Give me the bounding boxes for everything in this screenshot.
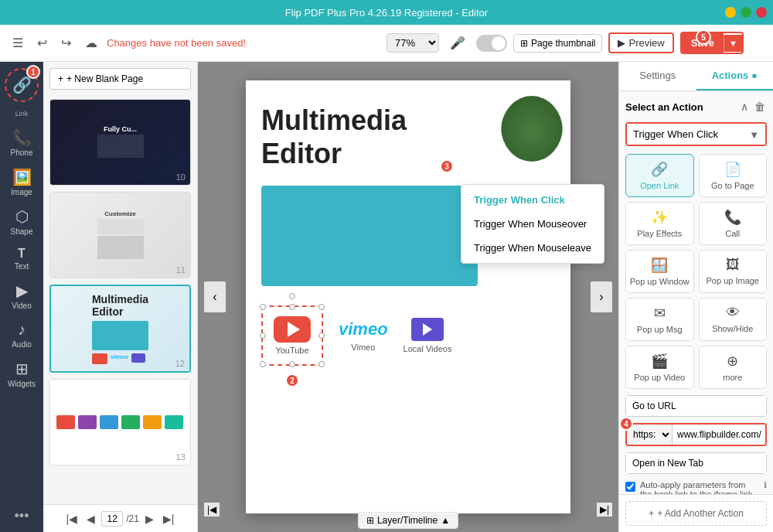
sidebar-shape-label: Shape bbox=[11, 227, 33, 236]
action-grid: 🔗 Open Link 📄 Go to Page ✨ Play Effects … bbox=[625, 154, 767, 389]
prev-page-btn[interactable]: ◀ bbox=[83, 511, 98, 527]
right-panel: Settings Actions ● Select an Action ∧ 🗑 … bbox=[618, 62, 773, 532]
youtube-element[interactable]: YouTube 2 bbox=[261, 305, 323, 366]
thumbnail-item-11[interactable]: Customize 11 bbox=[49, 192, 191, 278]
mic-btn[interactable]: 🎤 bbox=[445, 32, 470, 53]
trigger-select[interactable]: Trigger When Click Trigger When Mouseove… bbox=[627, 124, 765, 145]
widgets-icon: ⊞ bbox=[15, 360, 29, 378]
pop-up-video-label: Pop up Video bbox=[634, 373, 685, 382]
sidebar-widgets-label: Widgets bbox=[8, 380, 36, 388]
maximize-btn[interactable] bbox=[741, 7, 751, 18]
minimize-btn[interactable] bbox=[725, 7, 736, 18]
action-open-link[interactable]: 🔗 Open Link bbox=[625, 154, 694, 197]
video-icon: ▶ bbox=[16, 281, 28, 300]
trigger-option-click[interactable]: Trigger When Click bbox=[461, 188, 604, 212]
last-page-btn[interactable]: ▶| bbox=[160, 511, 178, 527]
canvas-prev-btn[interactable]: ‹ bbox=[204, 281, 226, 312]
trigger-option-mouseleave[interactable]: Trigger When Mouseleave bbox=[461, 236, 604, 260]
thumbnail-item-13[interactable]: 13 bbox=[49, 379, 191, 466]
open-link-icon: 🔗 bbox=[651, 161, 668, 178]
thumbnail-item-12[interactable]: MultimediaEditor vimeo 12 bbox=[49, 285, 191, 373]
toggle-switch[interactable] bbox=[476, 35, 507, 52]
open-link-label: Open Link bbox=[640, 181, 679, 190]
first-page-btn[interactable]: |◀ bbox=[63, 511, 81, 527]
sidebar-image-label: Image bbox=[11, 188, 32, 196]
tab-settings[interactable]: Settings bbox=[619, 62, 696, 90]
redo-btn[interactable]: ↪ bbox=[56, 32, 76, 53]
plus-icon: + bbox=[58, 73, 63, 84]
page-thumbnail-icon: ⊞ bbox=[520, 38, 528, 49]
vimeo-element[interactable]: vimeo Vimeo bbox=[339, 319, 388, 352]
open-tab-select[interactable]: Open in New Tab bbox=[626, 453, 766, 473]
page-num-13: 13 bbox=[176, 452, 186, 462]
collapse-section-btn[interactable]: ∧ bbox=[739, 99, 750, 114]
action-pop-up-image[interactable]: 🖼 Pop up Image bbox=[699, 250, 768, 293]
play-effects-label: Play Effects bbox=[637, 229, 682, 238]
more-icon: ⊕ bbox=[727, 353, 738, 370]
canvas-next-btn[interactable]: › bbox=[591, 281, 612, 312]
action-go-to-page[interactable]: 📄 Go to Page bbox=[699, 154, 768, 197]
shape-icon: ⬡ bbox=[15, 207, 29, 226]
sidebar-item-shape[interactable]: ⬡ Shape bbox=[2, 203, 42, 240]
show-hide-icon: 👁 bbox=[726, 305, 740, 321]
thumbnail-item-10[interactable]: Fully Cu... 10 bbox=[49, 99, 191, 186]
cloud-btn[interactable]: ☁ bbox=[80, 32, 102, 53]
sidebar-item-video[interactable]: ▶ Video bbox=[2, 277, 42, 315]
thumbnail-list: Fully Cu... 10 Customize 11 bbox=[43, 96, 197, 504]
chevron-up-icon: ▲ bbox=[441, 515, 450, 526]
sidebar-more-btn[interactable]: ••• bbox=[15, 508, 29, 532]
url-type-select[interactable]: Go to URL bbox=[626, 396, 766, 416]
action-more[interactable]: ⊕ more bbox=[699, 346, 768, 389]
delete-section-btn[interactable]: 🗑 bbox=[753, 99, 767, 114]
action-pop-up-video[interactable]: 🎬 Pop up Video bbox=[625, 346, 694, 389]
plus-action-icon: + bbox=[649, 508, 654, 519]
next-page-btn[interactable]: ▶ bbox=[142, 511, 157, 527]
pop-up-msg-label: Pop up Msg bbox=[637, 325, 683, 334]
current-page-input[interactable] bbox=[101, 511, 123, 527]
canvas-first-btn[interactable]: |◀ bbox=[204, 503, 220, 517]
new-blank-page-btn[interactable]: + + New Blank Page bbox=[49, 68, 191, 90]
url-input-container: https: http: 4 bbox=[625, 423, 767, 446]
menu-btn[interactable]: ☰ bbox=[8, 32, 28, 53]
add-another-action-btn[interactable]: + + Add Another Action bbox=[625, 501, 767, 526]
layer-timeline-btn[interactable]: ⊞ Layer/Timeline ▲ bbox=[358, 512, 458, 529]
sidebar-item-widgets[interactable]: ⊞ Widgets bbox=[2, 355, 42, 393]
tab-actions[interactable]: Actions ● bbox=[696, 62, 774, 90]
trigger-option-mouseover[interactable]: Trigger When Mouseover bbox=[461, 212, 604, 236]
canvas-last-btn[interactable]: ▶| bbox=[597, 503, 612, 517]
auto-apply-checkbox[interactable] bbox=[625, 482, 635, 492]
sidebar-item-audio[interactable]: ♪ Audio bbox=[2, 316, 42, 353]
action-pop-up-msg[interactable]: ✉ Pop up Msg bbox=[625, 298, 694, 341]
pop-up-image-icon: 🖼 bbox=[726, 257, 740, 273]
call-icon: 📞 bbox=[724, 209, 741, 226]
action-pop-up-window[interactable]: 🪟 Pop up Window bbox=[625, 250, 694, 293]
save-btn-group: Save ▼ bbox=[680, 32, 744, 54]
action-show-hide[interactable]: 👁 Show/Hide bbox=[699, 298, 768, 341]
pop-up-image-label: Pop up Image bbox=[707, 276, 760, 285]
page-thumbnail-btn[interactable]: ⊞ Page thumbnail bbox=[513, 34, 602, 53]
sidebar-item-text[interactable]: T Text bbox=[2, 242, 42, 275]
undo-btn[interactable]: ↩ bbox=[32, 32, 52, 53]
action-play-effects[interactable]: ✨ Play Effects bbox=[625, 202, 694, 245]
annotation-badge-2: 2 bbox=[285, 373, 299, 387]
sidebar-item-phone[interactable]: 📞 Phone bbox=[2, 124, 42, 162]
right-panel-body: Select an Action ∧ 🗑 Trigger When Click … bbox=[619, 91, 773, 494]
url-protocol-select[interactable]: https: http: bbox=[627, 425, 673, 445]
canvas-area: ‹ Multimedia Editor YouTube bbox=[198, 62, 618, 532]
page-num-11: 11 bbox=[176, 265, 186, 275]
trigger-dropdown-menu: Trigger When Click Trigger When Mouseove… bbox=[461, 184, 604, 264]
go-to-page-label: Go to Page bbox=[711, 181, 754, 190]
annotation-badge-3: 3 bbox=[440, 159, 454, 173]
localvideo-element[interactable]: Local Videos bbox=[404, 318, 452, 353]
preview-btn[interactable]: ▶ Preview bbox=[608, 32, 673, 53]
save-dropdown-btn[interactable]: ▼ bbox=[724, 35, 742, 52]
pop-up-window-label: Pop up Window bbox=[630, 277, 690, 286]
zoom-select[interactable]: 77% 100% 50% bbox=[386, 33, 439, 53]
annotation-badge-5: 5 bbox=[696, 29, 711, 45]
action-call[interactable]: 📞 Call bbox=[699, 202, 768, 245]
toolbar: ☰ ↩ ↪ ☁ Changes have not been saved! 77%… bbox=[0, 25, 773, 62]
open-tab-select-wrapper: Open in New Tab bbox=[625, 452, 767, 474]
sidebar-item-image[interactable]: 🖼️ Image bbox=[2, 163, 42, 201]
url-input[interactable] bbox=[673, 425, 767, 445]
close-btn[interactable] bbox=[756, 7, 767, 18]
